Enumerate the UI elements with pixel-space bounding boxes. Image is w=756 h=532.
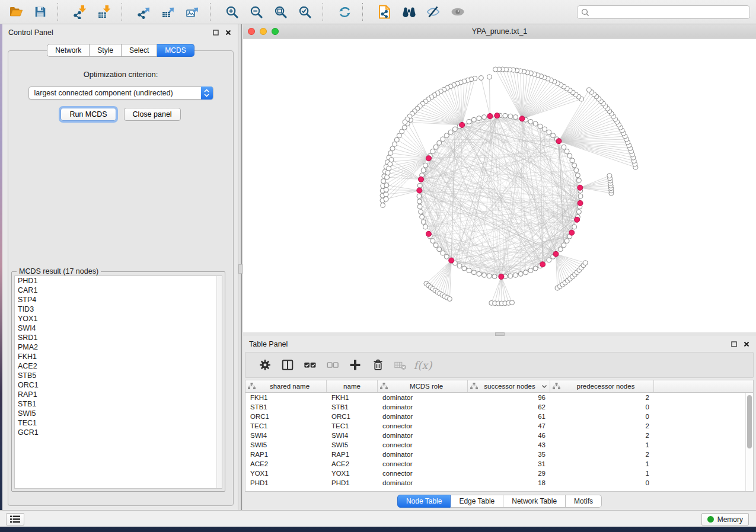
zoom-fit-button[interactable]	[269, 2, 293, 22]
tab-mcds[interactable]: MCDS	[157, 44, 194, 57]
table-settings-button[interactable]	[254, 354, 276, 376]
zoom-out-button[interactable]	[244, 2, 269, 22]
cell-name: SWI5	[327, 441, 378, 448]
import-table-button[interactable]	[92, 2, 116, 22]
result-list-item[interactable]: ORC1	[15, 380, 222, 390]
hierarchy-icon	[470, 383, 478, 390]
tab-network-table[interactable]: Network Table	[503, 495, 566, 508]
network-canvas[interactable]	[243, 39, 756, 332]
toolbar-separator	[58, 3, 65, 21]
clear-table-button	[389, 354, 412, 376]
hide-selected-button[interactable]	[421, 2, 445, 22]
memory-button[interactable]: Memory	[701, 513, 749, 525]
result-list-item[interactable]: STB5	[15, 371, 222, 380]
table-row[interactable]: STB1STB1dominator620	[245, 402, 753, 412]
table-row[interactable]: SWI4SWI4dominator462	[245, 431, 753, 440]
close-panel-button[interactable]: Close panel	[124, 108, 181, 121]
zoom-selected-button[interactable]	[293, 2, 317, 22]
table-scrollbar-thumb[interactable]	[747, 395, 752, 448]
delete-column-button[interactable]	[366, 354, 389, 376]
cell-successor-nodes: 47	[468, 422, 550, 430]
result-list-item[interactable]: PHD1	[15, 276, 222, 286]
export-network-button[interactable]	[132, 2, 156, 22]
binoculars-icon	[401, 5, 417, 18]
result-list-item[interactable]: YOX1	[15, 314, 222, 323]
table-row[interactable]: PHD1PHD1dominator180	[245, 478, 753, 488]
result-list-item[interactable]: FKH1	[15, 352, 222, 361]
result-list-item[interactable]: SWI5	[15, 409, 222, 418]
column-header-shared-name[interactable]: shared name	[245, 380, 327, 392]
run-mcds-button[interactable]: Run MCDS	[60, 108, 116, 121]
search-input[interactable]	[592, 8, 746, 17]
tab-motifs[interactable]: Motifs	[566, 495, 602, 508]
add-column-button[interactable]	[344, 354, 366, 376]
export-table-button[interactable]	[156, 2, 180, 22]
cell-name: ACE2	[327, 460, 378, 467]
tab-select[interactable]: Select	[122, 44, 157, 57]
cell-name: TEC1	[327, 422, 378, 430]
close-table-panel-icon[interactable]	[743, 341, 750, 348]
eye-slash-icon	[426, 5, 441, 18]
criterion-select[interactable]: largest connected component (undirected)	[28, 86, 213, 100]
tab-node-table[interactable]: Node Table	[397, 495, 451, 508]
result-list-item[interactable]: SWI4	[15, 323, 222, 333]
save-session-button[interactable]	[28, 2, 52, 22]
table-row[interactable]: ACE2ACE2connector311	[245, 459, 753, 469]
table-row[interactable]: FKH1FKH1dominator962	[245, 393, 753, 402]
node-table: shared namenameMCDS rolesuccessor nodesp…	[245, 380, 754, 492]
table-row[interactable]: TEC1TEC1connector472	[245, 421, 753, 431]
result-list-item[interactable]: STP4	[15, 295, 222, 305]
table-row[interactable]: RAP1RAP1dominator352	[245, 450, 753, 459]
refresh-button[interactable]	[333, 2, 357, 22]
search-box	[577, 5, 750, 19]
panel-menu-button[interactable]	[6, 513, 24, 525]
table-row[interactable]: SWI5SWI5connector431	[245, 440, 753, 450]
column-header-successor-nodes[interactable]: successor nodes	[468, 380, 550, 392]
tab-edge-table[interactable]: Edge Table	[451, 495, 503, 508]
cell-shared-name: TEC1	[245, 422, 327, 430]
export-image-button[interactable]	[180, 2, 205, 22]
column-header-predecessor-nodes[interactable]: predecessor nodes	[550, 380, 654, 392]
vertical-splitter[interactable]	[238, 24, 243, 511]
table-scrollbar[interactable]	[745, 393, 753, 491]
table-row[interactable]: YOX1YOX1connector291	[245, 469, 753, 478]
splitter-grip[interactable]	[238, 264, 243, 274]
zoom-in-button[interactable]	[220, 2, 244, 22]
column-layout-button[interactable]	[276, 354, 299, 376]
column-header-MCDS-role[interactable]: MCDS role	[378, 380, 468, 392]
deselect-all-rows-button[interactable]	[321, 354, 344, 376]
table-row[interactable]: ORC1ORC1dominator610	[245, 412, 753, 421]
table-panel-titlebar: Table Panel	[243, 336, 756, 352]
result-list-item[interactable]: CAR1	[15, 286, 222, 295]
cell-name: RAP1	[327, 451, 378, 458]
open-file-button[interactable]	[4, 2, 28, 22]
result-list-item[interactable]: TEC1	[15, 418, 222, 428]
tab-network[interactable]: Network	[47, 44, 90, 57]
refresh-icon	[338, 5, 352, 19]
result-list-item[interactable]: TID3	[15, 305, 222, 314]
float-table-panel-icon[interactable]	[731, 341, 738, 348]
hierarchy-icon	[380, 383, 388, 390]
new-network-from-selection-button[interactable]	[372, 2, 397, 22]
column-label: shared name	[256, 383, 324, 390]
cell-predecessor-nodes: 0	[550, 479, 654, 486]
mcds-result-list[interactable]: PHD1CAR1STP4TID3YOX1SWI4SRD1PMA2FKH1ACE2…	[14, 275, 222, 489]
result-list-item[interactable]: STB1	[15, 399, 222, 409]
table-panel: Table Panel f(x) shared namenameMCDS rol…	[243, 336, 756, 510]
close-panel-icon[interactable]	[225, 29, 232, 36]
plus-icon	[349, 358, 362, 371]
result-list-item[interactable]: RAP1	[15, 390, 222, 399]
float-panel-icon[interactable]	[212, 29, 219, 36]
result-list-item[interactable]: ACE2	[15, 361, 222, 371]
result-list-item[interactable]: GCR1	[15, 428, 222, 437]
result-list-item[interactable]: SRD1	[15, 333, 222, 342]
result-list-item[interactable]: PMA2	[15, 342, 222, 352]
import-network-button[interactable]	[68, 2, 92, 22]
find-button[interactable]	[397, 2, 421, 22]
column-header-name[interactable]: name	[327, 380, 378, 392]
tab-style[interactable]: Style	[90, 44, 122, 57]
select-all-rows-button[interactable]	[299, 354, 321, 376]
result-scrollbar[interactable]	[216, 276, 222, 488]
cell-successor-nodes: 46	[468, 432, 550, 439]
status-bar: Memory	[0, 510, 756, 527]
